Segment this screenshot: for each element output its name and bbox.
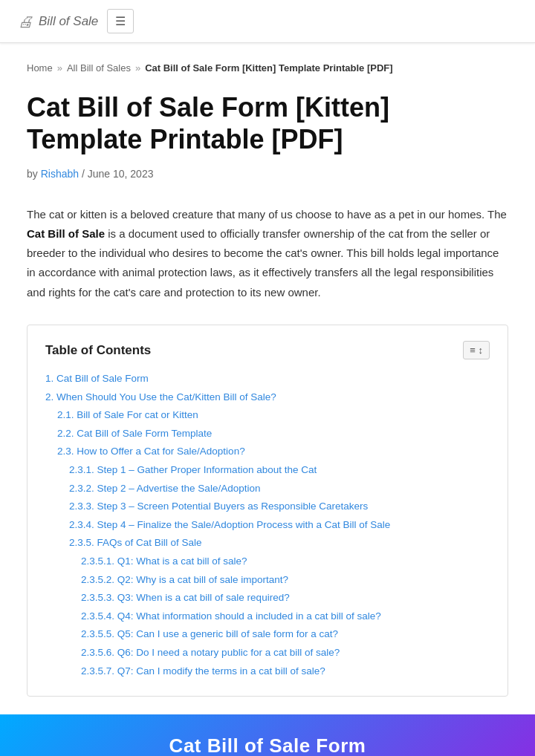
toc-title: Table of Contents xyxy=(45,340,151,360)
toc-list: 1. Cat Bill of Sale Form2. When Should Y… xyxy=(45,371,490,679)
breadcrumb-sep2: » xyxy=(135,61,140,76)
toc-item: 2.3.5.3. Q3: When is a cat bill of sale … xyxy=(45,590,490,606)
toc-item: 2.3.5.6. Q6: Do I need a notary public f… xyxy=(45,645,490,661)
toc-link[interactable]: 2.1. Bill of Sale For cat or Kitten xyxy=(57,409,198,420)
author-line: by Rishabh / June 10, 2023 xyxy=(27,166,508,182)
toc-item: 2.3.5.2. Q2: Why is a cat bill of sale i… xyxy=(45,572,490,588)
toc-item: 2.2. Cat Bill of Sale Form Template xyxy=(45,426,490,442)
publish-date: June 10, 2023 xyxy=(88,168,154,180)
toc-link[interactable]: 2.3.5.4. Q4: What information should a i… xyxy=(81,610,381,622)
toc-link[interactable]: 2.3.1. Step 1 – Gather Proper Informatio… xyxy=(69,464,317,475)
toc-link[interactable]: 2.3.5.3. Q3: When is a cat bill of sale … xyxy=(81,592,290,603)
intro-bold: Cat Bill of Sale xyxy=(27,227,105,240)
toc-link[interactable]: 2.3.5.7. Q7: Can I modify the terms in a… xyxy=(81,665,325,677)
breadcrumb-current: Cat Bill of Sale Form [Kitten] Template … xyxy=(145,61,392,76)
section-banner: Cat Bill of Sale Form xyxy=(0,714,535,756)
page-title: Cat Bill of Sale Form [Kitten] Template … xyxy=(27,91,508,155)
intro-text-before: The cat or kitten is a beloved creature … xyxy=(27,208,507,221)
toc-item: 2.3.4. Step 4 – Finalize the Sale/Adopti… xyxy=(45,517,490,533)
toc-item: 2. When Should You Use the Cat/Kitten Bi… xyxy=(45,389,490,405)
toc-link[interactable]: 2.3.5.5. Q5: Can I use a generic bill of… xyxy=(81,628,338,639)
toc-link[interactable]: 2.3.3. Step 3 – Screen Potential Buyers … xyxy=(69,501,368,512)
table-of-contents: Table of Contents ≡ ↕ 1. Cat Bill of Sal… xyxy=(27,325,508,697)
logo-text: Bill of Sale xyxy=(39,11,98,31)
author-link[interactable]: Rishabh xyxy=(41,168,79,180)
toc-item: 2.3.1. Step 1 – Gather Proper Informatio… xyxy=(45,462,490,478)
toc-toggle-button[interactable]: ≡ ↕ xyxy=(463,341,490,359)
toc-item: 2.3.2. Step 2 – Advertise the Sale/Adopt… xyxy=(45,480,490,497)
toc-link[interactable]: 2.3.5.6. Q6: Do I need a notary public f… xyxy=(81,647,340,658)
menu-button[interactable]: ☰ xyxy=(107,9,134,33)
breadcrumb-sep1: » xyxy=(57,61,62,76)
breadcrumb-home[interactable]: Home xyxy=(27,61,53,76)
site-logo: 🖨 Bill of Sale xyxy=(18,10,98,33)
author-prefix: by xyxy=(27,168,38,180)
toc-item: 2.3.5. FAQs of Cat Bill of Sale xyxy=(45,535,490,551)
main-content: Home » All Bill of Sales » Cat Bill of S… xyxy=(0,43,535,714)
toc-link[interactable]: 2.3.5. FAQs of Cat Bill of Sale xyxy=(69,537,202,548)
breadcrumb: Home » All Bill of Sales » Cat Bill of S… xyxy=(27,61,508,76)
toc-link[interactable]: 2.3. How to Offer a Cat for Sale/Adoptio… xyxy=(57,446,245,457)
toc-link[interactable]: 2. When Should You Use the Cat/Kitten Bi… xyxy=(45,391,276,403)
toc-header: Table of Contents ≡ ↕ xyxy=(45,340,490,360)
toc-item: 2.3.5.1. Q1: What is a cat bill of sale? xyxy=(45,553,490,570)
toc-item: 1. Cat Bill of Sale Form xyxy=(45,371,490,387)
toc-link[interactable]: 2.2. Cat Bill of Sale Form Template xyxy=(57,428,212,439)
intro-paragraph: The cat or kitten is a beloved creature … xyxy=(27,205,508,302)
site-header: 🖨 Bill of Sale ☰ xyxy=(0,0,535,43)
toc-link[interactable]: 1. Cat Bill of Sale Form xyxy=(45,373,149,384)
toc-item: 2.3.5.4. Q4: What information should a i… xyxy=(45,608,490,625)
toc-item: 2.1. Bill of Sale For cat or Kitten xyxy=(45,407,490,423)
toc-item: 2.3.3. Step 3 – Screen Potential Buyers … xyxy=(45,498,490,515)
toc-link[interactable]: 2.3.4. Step 4 – Finalize the Sale/Adopti… xyxy=(69,519,390,530)
toc-link[interactable]: 2.3.5.2. Q2: Why is a cat bill of sale i… xyxy=(81,574,288,585)
toc-item: 2.3.5.5. Q5: Can I use a generic bill of… xyxy=(45,626,490,642)
date-separator: / xyxy=(82,168,85,180)
toc-link[interactable]: 2.3.5.1. Q1: What is a cat bill of sale? xyxy=(81,555,247,567)
breadcrumb-all-bill[interactable]: All Bill of Sales xyxy=(67,61,131,76)
toc-link[interactable]: 2.3.2. Step 2 – Advertise the Sale/Adopt… xyxy=(69,483,260,494)
toc-item: 2.3.5.7. Q7: Can I modify the terms in a… xyxy=(45,663,490,680)
toc-item: 2.3. How to Offer a Cat for Sale/Adoptio… xyxy=(45,443,490,460)
logo-icon: 🖨 xyxy=(18,10,33,33)
